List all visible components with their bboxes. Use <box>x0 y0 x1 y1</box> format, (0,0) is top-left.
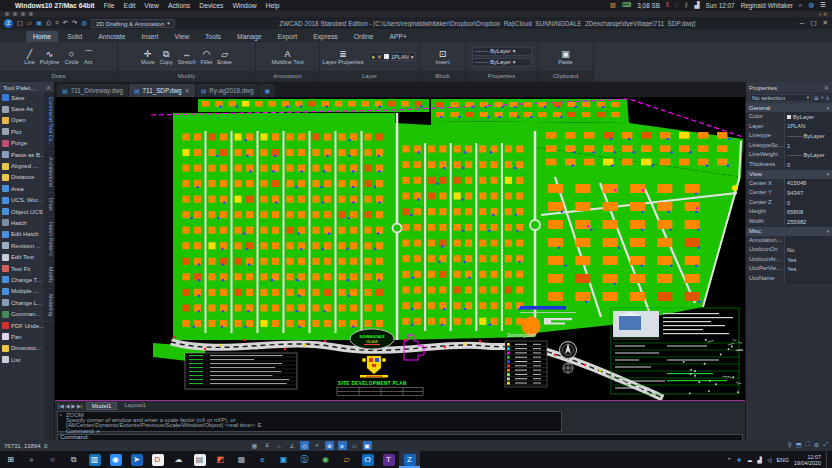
vm-minimize-button[interactable] <box>13 12 17 16</box>
keyboard-icon[interactable]: ⌨ <box>622 2 631 9</box>
new-doc-tab-button[interactable]: ▣ <box>259 84 275 97</box>
palette-item-dimensio-[interactable]: Dimensio... <box>0 343 45 354</box>
dropbox-tray-icon[interactable]: ❖ <box>737 457 742 463</box>
display-icon[interactable]: ▥ <box>610 2 616 9</box>
tray-chevron-icon[interactable]: ⌃ <box>727 457 732 463</box>
osnap-toggle[interactable]: ◇ <box>300 441 309 450</box>
wifi-icon[interactable]: ▟ <box>695 2 700 9</box>
selection-dropdown[interactable]: No selection▾ <box>749 94 812 102</box>
otrack-toggle[interactable]: ⌖ <box>313 441 322 450</box>
zwcad-taskbar-icon[interactable]: Z <box>399 451 420 468</box>
polyline-button[interactable]: ∿Polyline <box>40 49 60 65</box>
line-button[interactable]: ╱Line <box>24 49 35 65</box>
palette-tab-modify[interactable]: Modify <box>44 262 54 289</box>
palette-item-open[interactable]: Open <box>0 115 45 126</box>
grid-toggle[interactable]: ⩩ <box>263 441 272 450</box>
zoom-app-icon[interactable]: ◉ <box>105 451 126 468</box>
ribbon-tab-manage[interactable]: Manage <box>230 31 269 42</box>
multiline-text-button[interactable]: AMultiline Text <box>271 49 303 65</box>
siri-icon[interactable]: ◍ <box>809 2 815 9</box>
workspace-dropdown[interactable]: 2D Drafting & Annotation▾ <box>91 19 175 28</box>
command-history-close-icon[interactable]: × <box>59 413 62 418</box>
ribbon-tab-insert[interactable]: Insert <box>134 31 165 42</box>
menu-actions[interactable]: Actions <box>168 2 190 9</box>
lineweight-select[interactable]: ———ByLayer▾ <box>472 58 532 67</box>
fillet-button[interactable]: ◠Fillet <box>201 49 213 65</box>
menubar-clock[interactable]: Sun 12:07 <box>706 2 735 9</box>
layer-properties-button[interactable]: ≣Layer Properties <box>323 49 364 65</box>
layout-nav-arrows[interactable]: |◀ ◀ ▶ ▶| <box>58 403 83 409</box>
outlook-icon[interactable]: O <box>357 451 378 468</box>
ribbon-tab-express[interactable]: Express <box>306 31 345 42</box>
copy-button[interactable]: ⧉Copy <box>160 49 173 65</box>
ribbon-tab-home[interactable]: Home <box>26 31 58 42</box>
ribbon-tab-export[interactable]: Export <box>271 31 305 42</box>
units-icon[interactable]: ⛶ <box>806 441 810 448</box>
palette-item-pan[interactable]: Pan <box>0 331 45 342</box>
ribbon-tab-solid[interactable]: Solid <box>60 31 89 42</box>
doc-tab-ry-ag2018.dwg[interactable]: ▤Ry-ag2018.dwg <box>196 84 259 97</box>
palette-item-multiple-[interactable]: Multiple ... <box>0 286 45 297</box>
palette-item-edit-hatch[interactable]: Edit Hatch <box>0 229 45 240</box>
color-select[interactable]: ———ByLayer▾ <box>472 47 532 56</box>
show-desktop-button[interactable] <box>826 451 829 468</box>
onedrive-tray-icon[interactable]: ☁ <box>747 457 753 463</box>
ribbon-tab-view[interactable]: View <box>167 31 196 42</box>
insert-button[interactable]: ⊡Insert <box>436 49 450 65</box>
bluetooth-icon[interactable]: ᛒ <box>685 2 689 9</box>
new-file-icon[interactable]: ▢ <box>17 19 23 27</box>
section-header-general[interactable]: General▾ <box>746 103 832 112</box>
dyn-toggle[interactable]: ⊕ <box>325 441 334 450</box>
teams-icon[interactable]: T <box>378 451 399 468</box>
start-button[interactable]: ⊞ <box>0 451 21 468</box>
model-toggle[interactable]: ▣ <box>363 441 372 450</box>
open-file-icon[interactable]: ▱ <box>27 19 32 27</box>
photos-icon[interactable]: ▣ <box>273 451 294 468</box>
palette-item-plot[interactable]: Plot <box>0 126 45 137</box>
spotlight-search-icon[interactable]: ⌕ <box>799 2 803 9</box>
erase-button[interactable]: ▱Erase <box>217 49 232 65</box>
quick-select-icon[interactable]: ⊞ <box>814 95 819 101</box>
volume-tray-icon[interactable]: ◁ <box>767 457 771 463</box>
ribbon-tab-online[interactable]: Online <box>347 31 381 42</box>
lwt-toggle[interactable]: ≡ <box>338 441 347 450</box>
palette-item-change-l-[interactable]: Change L... <box>0 297 45 308</box>
menu-edit[interactable]: Edit <box>124 2 136 9</box>
properties-close-icon[interactable]: ✕ <box>824 84 829 91</box>
vm-fullscreen-button[interactable] <box>29 12 33 16</box>
d-app-icon[interactable]: D <box>147 451 168 468</box>
palette-tab-architectural[interactable]: Architectural <box>44 152 54 193</box>
vm-app-title[interactable]: Windows10 27/Mac 64bit <box>15 2 95 9</box>
menu-help[interactable]: Help <box>266 2 280 9</box>
cycle-toggle[interactable]: ▭ <box>350 441 359 450</box>
palette-item-area[interactable]: Area <box>0 183 45 194</box>
move-button[interactable]: ✛Move <box>141 49 155 65</box>
chrome-icon[interactable]: ◉ <box>315 451 336 468</box>
menubar-user[interactable]: Reginald Whitaker <box>741 2 793 9</box>
cortana-icon[interactable]: ○ <box>42 451 63 468</box>
plot-preview-icon[interactable]: ⌗ <box>55 19 59 27</box>
settings-gear-icon[interactable]: ⚙ <box>814 441 819 448</box>
notification-center-icon[interactable]: ☰ <box>820 2 826 9</box>
search-icon[interactable]: ⌕ <box>21 451 42 468</box>
command-history[interactable]: × ZOOMSpecify corner of window and enter… <box>57 411 562 432</box>
pause-icon[interactable]: ‖ <box>666 2 669 9</box>
ribbon-tab-app+[interactable]: APP+ <box>382 31 414 42</box>
select-objects-icon[interactable]: ⌖ <box>821 94 824 101</box>
palette-tab-hatch-pattern-[interactable]: Hatch Pattern: <box>44 217 54 262</box>
file-explorer-icon[interactable]: ▱ <box>336 451 357 468</box>
palette-item-paste-as-b-[interactable]: Paste as B... <box>0 149 45 160</box>
timemachine-icon[interactable]: ◌ <box>675 2 679 9</box>
ribbon-tab-annotate[interactable]: Annotate <box>91 31 132 42</box>
maximize-button[interactable]: ▢ <box>810 19 816 27</box>
layout-tab-model1[interactable]: Model1 <box>86 402 118 410</box>
palette-item-text-fit[interactable]: Text Fit <box>0 263 45 274</box>
task-view-icon[interactable]: ⧉ <box>63 451 84 468</box>
fullscreen-icon[interactable]: ⤢ <box>823 441 828 448</box>
ortho-toggle[interactable]: ∟ <box>275 441 284 450</box>
palette-item-purge[interactable]: Purge <box>0 138 45 149</box>
save-file-icon[interactable]: ▣ <box>36 19 42 27</box>
doc-tab-711_sdp.dwg[interactable]: ▤711_SDP.dwg✕ <box>129 84 195 97</box>
site-plan-drawing[interactable]: SUNNINGDALE VILLAGE SITE DEVELOPMENT PLA… <box>55 97 745 400</box>
vm-zoom-button[interactable] <box>21 12 25 16</box>
